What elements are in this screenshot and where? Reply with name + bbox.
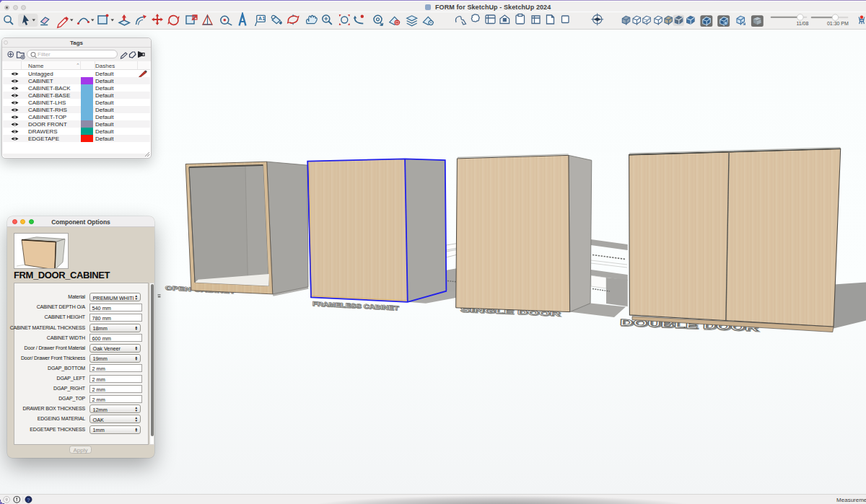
svg-text:01:30 PM: 01:30 PM bbox=[827, 21, 849, 26]
svg-text:A1: A1 bbox=[258, 16, 265, 21]
svg-text:?: ? bbox=[27, 497, 30, 503]
svg-text:11/08: 11/08 bbox=[796, 21, 808, 26]
